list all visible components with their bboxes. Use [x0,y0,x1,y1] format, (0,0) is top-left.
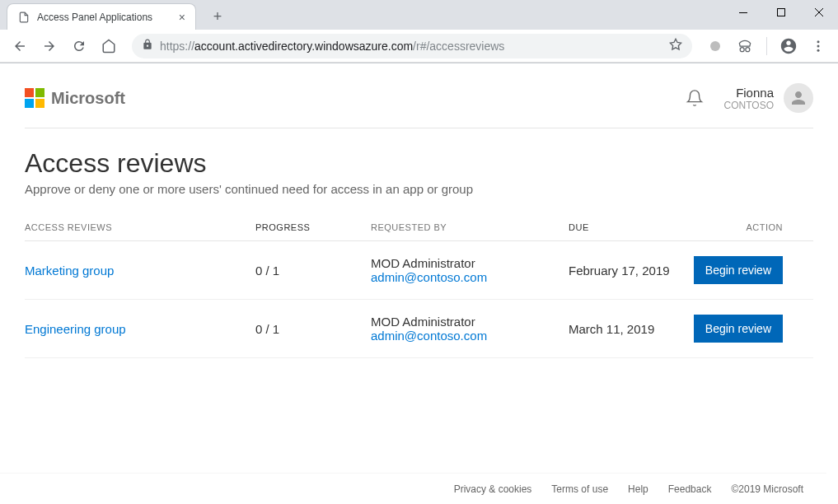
table-row: Engineering group 0 / 1 MOD Administrato… [25,300,813,358]
page-content: Microsoft Fionna CONTOSO Access reviews … [0,63,838,399]
progress-value: 0 / 1 [255,264,371,278]
separator [766,37,767,55]
requester-email-link[interactable]: admin@contoso.com [371,270,487,284]
microsoft-logo[interactable]: Microsoft [25,88,125,108]
page-subtitle: Approve or deny one or more users' conti… [25,182,813,196]
column-header-due: DUE [569,222,684,232]
star-bookmark-icon[interactable] [669,38,682,54]
browser-toolbar: https://account.activedirectory.windowsa… [0,30,838,63]
begin-review-button[interactable]: Begin review [694,256,783,284]
svg-point-6 [817,40,820,43]
svg-point-7 [817,44,820,47]
reload-button[interactable] [66,33,92,59]
column-header-requested-by: REQUESTED BY [371,222,569,232]
review-name-link[interactable]: Engineering group [25,322,126,336]
page-title: Access reviews [25,148,813,179]
due-date: February 17, 2019 [569,264,684,278]
notifications-bell-icon[interactable] [685,88,705,108]
requester-email-link[interactable]: admin@contoso.com [371,329,487,343]
user-menu[interactable]: Fionna CONTOSO [724,83,813,113]
svg-marker-4 [670,39,681,49]
svg-rect-1 [778,9,785,16]
page-favicon-icon [17,11,30,24]
table-header-row: ACCESS REVIEWS PROGRESS REQUESTED BY DUE… [25,222,813,241]
browser-tab-active[interactable]: Access Panel Applications × [7,3,196,30]
avatar [784,83,813,113]
menu-dots-icon[interactable] [805,33,831,59]
column-header-action: ACTION [684,222,783,232]
window-maximize-button[interactable] [762,0,800,25]
secure-lock-icon [142,39,153,53]
svg-point-5 [710,41,720,51]
window-close-button[interactable] [800,0,838,25]
window-controls [724,0,838,25]
url-text: https://account.activedirectory.windowsa… [160,40,662,53]
terms-link[interactable]: Terms of use [551,483,608,495]
browser-chrome: Access Panel Applications × + https://ac… [0,0,838,63]
new-tab-button[interactable]: + [206,5,229,28]
copyright-text: ©2019 Microsoft [731,483,803,495]
access-reviews-table: ACCESS REVIEWS PROGRESS REQUESTED BY DUE… [25,222,813,358]
tab-title: Access Panel Applications [37,12,152,23]
address-bar[interactable]: https://account.activedirectory.windowsa… [132,34,692,58]
page-footer: Privacy & cookies Terms of use Help Feed… [0,473,826,504]
requester-name: MOD Administrator [371,315,569,329]
microsoft-logo-icon [25,88,44,108]
due-date: March 11, 2019 [569,322,684,336]
incognito-icon[interactable] [732,33,758,59]
window-minimize-button[interactable] [724,0,762,25]
privacy-link[interactable]: Privacy & cookies [454,483,532,495]
progress-value: 0 / 1 [255,322,371,336]
table-row: Marketing group 0 / 1 MOD Administrator … [25,241,813,300]
user-display-name: Fionna [724,86,774,100]
page-scroll[interactable]: Microsoft Fionna CONTOSO Access reviews … [0,63,838,504]
brand-name: Microsoft [51,89,125,108]
review-name-link[interactable]: Marketing group [25,264,114,278]
requester-name: MOD Administrator [371,256,569,270]
help-link[interactable]: Help [628,483,648,495]
back-button[interactable] [7,33,33,59]
tab-close-button[interactable]: × [179,11,185,24]
column-header-progress: PROGRESS [255,222,371,232]
feedback-link[interactable]: Feedback [668,483,712,495]
forward-button[interactable] [36,33,63,59]
svg-point-8 [817,49,820,51]
page-header: Microsoft Fionna CONTOSO [25,83,813,128]
profile-avatar-icon[interactable] [775,33,802,59]
column-header-name: ACCESS REVIEWS [25,222,255,232]
browser-tab-strip: Access Panel Applications × + [0,0,838,30]
extension-icon[interactable] [702,33,728,59]
home-button[interactable] [96,33,122,59]
begin-review-button[interactable]: Begin review [694,315,783,343]
user-org-name: CONTOSO [724,100,774,111]
